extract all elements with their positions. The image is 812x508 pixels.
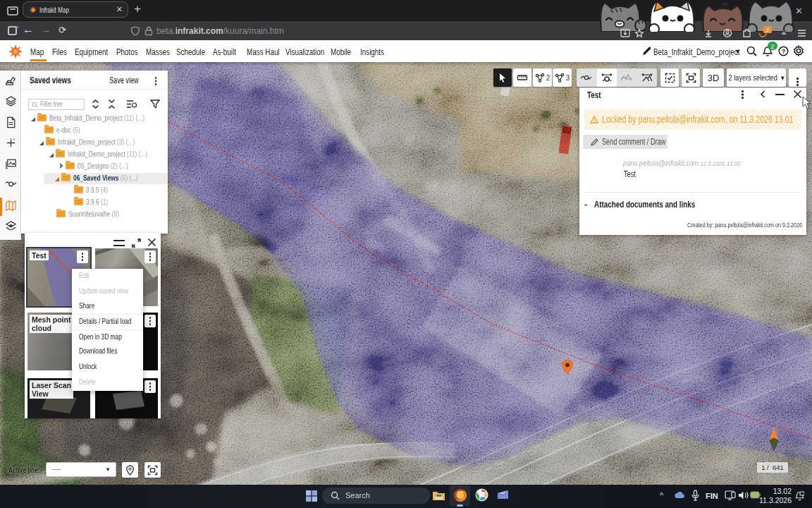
svg-text:?: ?	[782, 48, 786, 55]
svg-text:2: 2	[766, 27, 770, 33]
svg-text:2: 2	[770, 43, 774, 50]
